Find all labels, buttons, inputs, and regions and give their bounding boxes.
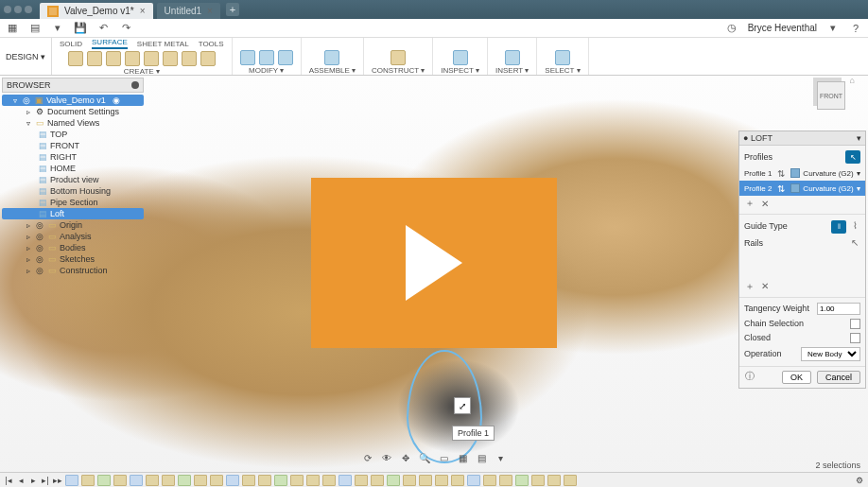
view-cube-face[interactable]: FRONT xyxy=(817,81,845,110)
tool-button[interactable] xyxy=(68,51,83,66)
visibility-icon[interactable] xyxy=(22,96,31,105)
timeline-feature[interactable] xyxy=(226,475,239,486)
timeline-feature[interactable] xyxy=(531,475,545,486)
named-view-item[interactable]: TOP xyxy=(2,129,144,140)
named-view-item[interactable]: RIGHT xyxy=(2,151,144,163)
display-icon[interactable]: ▦ xyxy=(456,451,469,464)
timeline-feature[interactable] xyxy=(435,475,448,486)
manipulator-icon[interactable]: ⤢ xyxy=(454,397,471,414)
timeline-feature[interactable] xyxy=(210,475,223,486)
timeline-play-icon[interactable]: ▸ xyxy=(28,476,38,485)
timeline-feature[interactable] xyxy=(81,475,95,486)
cancel-button[interactable]: Cancel xyxy=(817,371,860,384)
tool-button[interactable] xyxy=(391,50,406,65)
tangency-input[interactable] xyxy=(817,303,860,315)
visibility-icon[interactable] xyxy=(35,254,44,264)
timeline-end-icon[interactable]: ▸▸ xyxy=(53,476,62,485)
add-rail-button[interactable]: ＋ xyxy=(744,281,755,292)
profile-type[interactable]: Curvature (G2) xyxy=(803,184,853,193)
rails-select-button[interactable]: ↖ xyxy=(849,237,860,249)
timeline-feature[interactable] xyxy=(564,475,577,486)
expand-icon[interactable]: ▹ xyxy=(25,221,32,230)
expand-icon[interactable]: ▿ xyxy=(25,119,32,128)
browser-item-construction[interactable]: ▹Construction xyxy=(2,265,144,276)
profile-label-1[interactable]: Profile 1 xyxy=(452,426,495,441)
zoom-icon[interactable]: 🔍 xyxy=(418,451,431,464)
expand-icon[interactable]: ▹ xyxy=(25,267,32,275)
tool-button[interactable] xyxy=(125,51,140,66)
user-menu-chevron-icon[interactable]: ▾ xyxy=(826,22,840,35)
ok-button[interactable]: OK xyxy=(782,371,811,384)
orbit-icon[interactable]: ⟳ xyxy=(361,451,374,464)
guide-type-rails-button[interactable]: ⦀ xyxy=(831,220,846,234)
tool-button[interactable] xyxy=(144,51,159,66)
timeline-feature[interactable] xyxy=(355,475,368,486)
tool-button[interactable] xyxy=(182,51,197,66)
timeline-feature[interactable] xyxy=(339,475,352,486)
profile-row-selected[interactable]: Profile 2 ⇅ Curvature (G2) ▾ xyxy=(739,181,865,196)
timeline-feature[interactable] xyxy=(403,475,416,486)
profile-type[interactable]: Curvature (G2) xyxy=(803,169,853,178)
tool-button[interactable] xyxy=(240,50,255,65)
timeline-start-icon[interactable]: |◂ xyxy=(4,476,13,485)
timeline-feature[interactable] xyxy=(371,475,384,486)
timeline-feature[interactable] xyxy=(306,475,320,486)
window-controls[interactable] xyxy=(4,6,32,13)
data-panel-icon[interactable]: ▤ xyxy=(28,22,42,35)
video-play-overlay[interactable] xyxy=(311,178,557,348)
add-profile-button[interactable]: ＋ xyxy=(744,198,755,209)
timeline-feature[interactable] xyxy=(274,475,287,486)
tool-button[interactable] xyxy=(278,50,293,65)
fit-icon[interactable]: ▭ xyxy=(437,451,450,464)
extensions-icon[interactable]: ◷ xyxy=(725,22,738,35)
grid-icon[interactable]: ▤ xyxy=(475,451,488,464)
pan-icon[interactable]: ✥ xyxy=(399,451,412,464)
operation-select[interactable]: New Body xyxy=(801,347,860,361)
grid-menu-icon[interactable]: ▦ xyxy=(6,22,19,35)
closed-checkbox[interactable] xyxy=(850,333,860,343)
visibility-icon[interactable] xyxy=(35,266,44,275)
file-menu-icon[interactable]: ▾ xyxy=(51,22,64,35)
chain-checkbox[interactable] xyxy=(850,319,860,329)
timeline-feature[interactable] xyxy=(65,475,78,486)
radio-icon[interactable]: ◉ xyxy=(113,96,120,105)
tool-button[interactable] xyxy=(200,51,216,66)
timeline-feature[interactable] xyxy=(178,475,191,486)
profiles-select-button[interactable]: ↖ xyxy=(845,150,860,164)
loft-header[interactable]: ● LOFT ▾ xyxy=(739,131,865,146)
visibility-icon[interactable] xyxy=(35,232,44,241)
ribbon-group-label[interactable]: INSPECT ▾ xyxy=(441,66,479,75)
browser-header[interactable]: BROWSER xyxy=(2,78,144,93)
workspace-switcher[interactable]: DESIGN ▾ xyxy=(0,38,52,75)
look-icon[interactable]: 👁 xyxy=(380,451,393,464)
expand-icon[interactable]: ▹ xyxy=(25,244,32,252)
timeline-feature[interactable] xyxy=(290,475,304,486)
close-icon[interactable]: × xyxy=(207,6,213,16)
timeline-feature[interactable] xyxy=(547,475,561,486)
ribbon-group-label[interactable]: SELECT ▾ xyxy=(545,66,580,75)
tool-button[interactable] xyxy=(324,50,339,65)
timeline-feature[interactable] xyxy=(258,475,271,486)
timeline-feature[interactable] xyxy=(499,475,512,486)
ribbon-tab-solid[interactable]: SOLID xyxy=(60,40,82,48)
timeline-feature[interactable] xyxy=(467,475,480,486)
ribbon-tab-tools[interactable]: TOOLS xyxy=(199,40,224,48)
expand-icon[interactable]: ▹ xyxy=(25,233,32,241)
info-icon[interactable]: ⓘ xyxy=(744,371,755,382)
timeline-feature[interactable] xyxy=(194,475,207,486)
user-name[interactable]: Bryce Heventhal xyxy=(748,23,817,33)
expand-icon[interactable]: ▹ xyxy=(25,255,32,264)
visibility-icon[interactable] xyxy=(35,243,44,252)
home-icon[interactable]: ⌂ xyxy=(850,76,855,85)
tool-button[interactable] xyxy=(87,51,102,66)
view-cube[interactable]: ⌂ FRONT xyxy=(817,81,853,117)
redo-icon[interactable]: ↷ xyxy=(119,22,132,35)
profile-reorder-icon[interactable]: ⇅ xyxy=(775,167,787,179)
close-icon[interactable]: × xyxy=(140,6,146,16)
tool-button[interactable] xyxy=(106,51,121,66)
help-icon[interactable]: ? xyxy=(849,22,862,35)
remove-rail-button[interactable]: ✕ xyxy=(759,281,771,292)
timeline-feature[interactable] xyxy=(483,475,496,486)
file-tab-active[interactable]: Valve_Demo v1* × xyxy=(40,3,153,19)
browser-item-sketches[interactable]: ▹Sketches xyxy=(2,253,144,265)
